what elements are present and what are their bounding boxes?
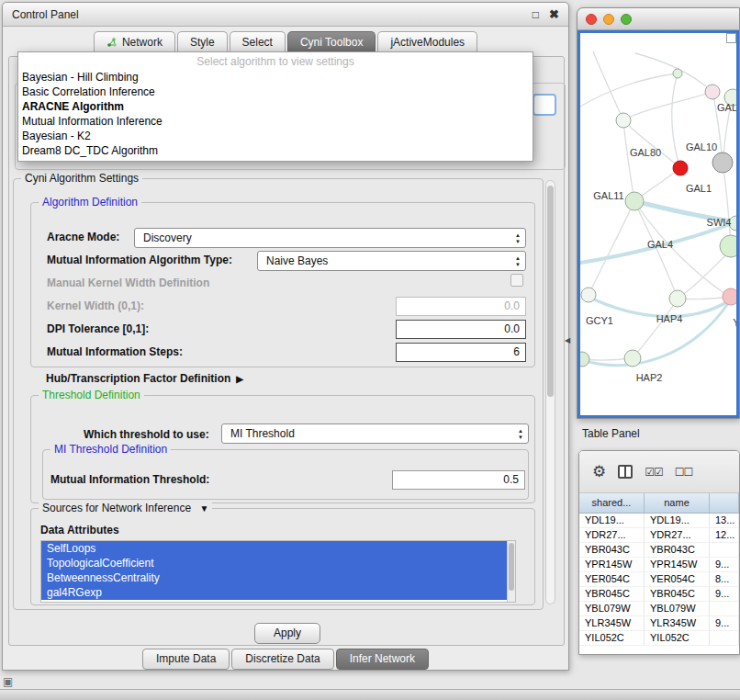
- network-edge[interactable]: [623, 120, 634, 201]
- close-icon[interactable]: ✖: [549, 7, 559, 21]
- mi-steps-input[interactable]: 6: [396, 343, 526, 362]
- network-node[interactable]: [705, 85, 720, 99]
- combo-value: Discovery: [143, 231, 192, 244]
- network-canvas[interactable]: GAL80GAL10GAL11GAL1SWI4GAL4GCY1HAP4HAP2G…: [580, 33, 736, 415]
- dropdown-option[interactable]: Basic Correlation Inference: [18, 85, 533, 99]
- network-edge[interactable]: [636, 168, 680, 199]
- tab-infer-network[interactable]: Infer Network: [336, 649, 429, 670]
- column-header-extra[interactable]: [710, 493, 739, 513]
- column-header-shared-name[interactable]: shared...: [579, 493, 645, 513]
- table-cell: YPR145W: [645, 558, 710, 571]
- kernel-width-label: Kernel Width (0,1):: [47, 299, 144, 312]
- list-item[interactable]: BetweennessCentrality: [41, 570, 515, 585]
- network-node-label: GAL: [717, 102, 736, 113]
- combo-up-arrow: ▲: [515, 255, 521, 262]
- apply-button[interactable]: Apply: [254, 623, 320, 644]
- tab-network[interactable]: Network: [94, 31, 175, 52]
- window-close-button[interactable]: [586, 14, 597, 25]
- tab-select[interactable]: Select: [230, 31, 286, 52]
- float-window-icon[interactable]: □: [533, 8, 539, 21]
- network-node[interactable]: [673, 69, 682, 78]
- network-edge[interactable]: [593, 51, 623, 120]
- network-node[interactable]: [580, 352, 589, 367]
- list-scrollbar-thumb[interactable]: [509, 543, 514, 591]
- tab-impute-data[interactable]: Impute Data: [142, 649, 230, 670]
- dpi-tolerance-input[interactable]: 0.0: [396, 320, 526, 339]
- settings-scrollbar[interactable]: [545, 180, 555, 604]
- unchecked-boxes-icon[interactable]: ☐☐: [675, 466, 693, 479]
- table-cell: 9...: [710, 587, 739, 601]
- network-edge[interactable]: [589, 201, 634, 295]
- table-row[interactable]: YLR345W YLR345W 9...: [579, 616, 739, 631]
- table-row[interactable]: YER054C YER054C 8...: [579, 572, 739, 587]
- table-row[interactable]: YBR045C YBR045C 9...: [579, 587, 739, 602]
- tab-jactivemodules[interactable]: jActiveModules: [377, 31, 477, 52]
- dropdown-option[interactable]: Mutual Information Inference: [18, 114, 533, 129]
- list-item[interactable]: SelfLoops: [41, 541, 515, 556]
- network-node[interactable]: [581, 288, 596, 302]
- network-node[interactable]: [624, 350, 641, 367]
- network-edge[interactable]: [580, 73, 678, 107]
- column-header-name[interactable]: name: [645, 493, 710, 513]
- table-cell: YBR043C: [579, 543, 645, 557]
- table-row[interactable]: YBR043C YBR043C: [579, 543, 739, 558]
- data-attributes-list[interactable]: SelfLoops TopologicalCoefficient Between…: [40, 540, 516, 603]
- table-row[interactable]: YIL052C YIL052C: [579, 631, 739, 646]
- network-node-label: HAP4: [656, 313, 683, 324]
- aracne-mode-select[interactable]: Discovery ▲ ▼: [134, 228, 526, 248]
- network-edge[interactable]: [723, 163, 731, 244]
- table-row[interactable]: YBL079W YBL079W: [579, 602, 739, 616]
- dropdown-option[interactable]: Bayesian - K2: [18, 129, 533, 143]
- splitter-handle[interactable]: ◀: [565, 336, 570, 344]
- network-edge[interactable]: [623, 92, 712, 120]
- network-edge[interactable]: [633, 299, 678, 358]
- network-node[interactable]: [616, 113, 631, 128]
- algorithm-definition-title: Algorithm Definition: [39, 196, 141, 209]
- tab-cyni-toolbox[interactable]: Cyni Toolbox: [287, 31, 376, 52]
- network-node[interactable]: [669, 290, 686, 307]
- tab-discretize-data[interactable]: Discretize Data: [231, 649, 333, 670]
- table-cell: YIL052C: [579, 631, 645, 645]
- list-item[interactable]: gal4RGexp: [41, 585, 515, 600]
- table-cell: YDL19...: [579, 514, 645, 527]
- dropdown-option[interactable]: Bayesian - Hill Climbing: [18, 70, 533, 85]
- mi-threshold-input[interactable]: 0.5: [392, 470, 525, 490]
- network-window-titlebar: [577, 8, 739, 30]
- table-header: shared... name: [579, 493, 739, 514]
- network-edge[interactable]: [672, 73, 680, 168]
- window-zoom-button[interactable]: [621, 14, 632, 25]
- combo-down-arrow: ▼: [518, 435, 523, 441]
- network-node[interactable]: [673, 161, 688, 175]
- window-minimize-button[interactable]: [603, 14, 614, 25]
- network-node[interactable]: [720, 235, 736, 257]
- settings-scrollbar-thumb[interactable]: [547, 186, 554, 397]
- dock-panel-icon[interactable]: ▣: [3, 675, 13, 688]
- network-node[interactable]: [625, 192, 644, 210]
- table-row[interactable]: YDL19... YDL19... 13...: [579, 514, 739, 528]
- table-row[interactable]: YDR27... YDR27... 12...: [579, 528, 739, 543]
- mi-algorithm-type-select[interactable]: Naive Bayes ▲ ▼: [257, 251, 526, 271]
- network-node[interactable]: [723, 288, 736, 305]
- manual-kernel-label: Manual Kernel Width Definition: [47, 277, 209, 289]
- control-panel-window: Control Panel □ ✖ Network Style Select C…: [2, 2, 569, 671]
- network-node-label: GAL10: [686, 141, 717, 152]
- mi-threshold-label: Mutual Information Threshold:: [50, 473, 209, 486]
- threshold-definition-title: Threshold Definition: [39, 389, 144, 402]
- tab-style[interactable]: Style: [177, 31, 228, 52]
- which-threshold-select[interactable]: MI Threshold ▲ ▼: [221, 423, 529, 444]
- network-node-label: GAL4: [647, 239, 673, 250]
- dropdown-option-selected[interactable]: ARACNE Algorithm: [18, 99, 533, 114]
- dropdown-option[interactable]: Dream8 DC_TDC Algorithm: [18, 143, 533, 158]
- columns-icon[interactable]: [618, 465, 633, 479]
- network-node[interactable]: [712, 152, 733, 173]
- sources-title: Sources for Network Inference: [42, 502, 191, 514]
- sources-expander[interactable]: Sources for Network Inference ▼: [39, 502, 212, 515]
- list-scrollbar[interactable]: [507, 541, 515, 602]
- hub-definition-expander[interactable]: Hub/Transcription Factor Definition▶: [46, 372, 243, 385]
- list-item[interactable]: TopologicalCoefficient: [41, 556, 515, 570]
- checked-boxes-icon[interactable]: ☑☑: [645, 466, 663, 479]
- combo-arrows-icon: ▲ ▼: [518, 428, 523, 441]
- table-cell: 13...: [710, 514, 739, 527]
- table-row[interactable]: YPR145W YPR145W 9...: [579, 558, 739, 572]
- gear-icon[interactable]: ⚙: [592, 462, 606, 481]
